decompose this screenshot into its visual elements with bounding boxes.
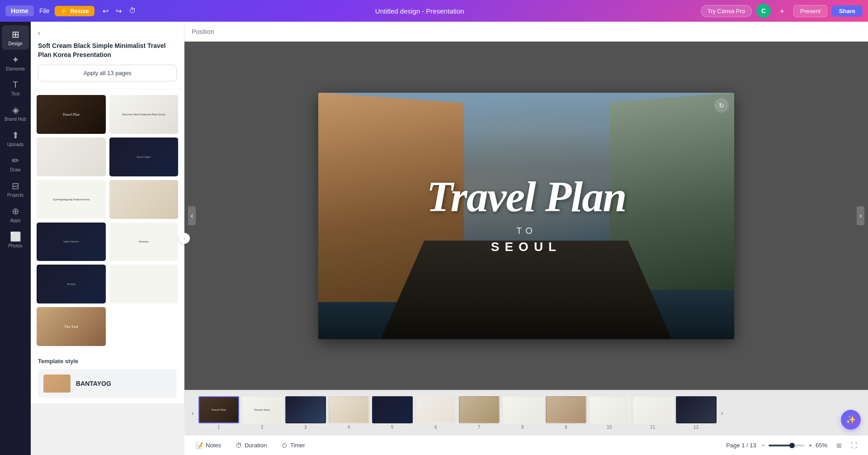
timer-button[interactable]: ⏲ Timer: [278, 440, 309, 451]
template-thumb-3[interactable]: [36, 137, 106, 177]
slide-number: 2: [261, 425, 264, 430]
zoom-out-button[interactable]: −: [762, 442, 765, 449]
ai-assistant-button[interactable]: ✨: [841, 410, 861, 430]
filmstrip-thumb[interactable]: [415, 396, 456, 423]
thumb-text: Travel Plan: [62, 113, 80, 117]
file-menu[interactable]: File: [39, 7, 50, 14]
apply-all-button[interactable]: Apply all 13 pages: [38, 65, 177, 81]
filmstrip-thumb[interactable]: Discover Korea: [242, 396, 283, 423]
filmstrip-thumb[interactable]: [632, 396, 673, 423]
filmstrip-thumb[interactable]: [502, 396, 543, 423]
try-pro-button[interactable]: Try Canva Pro: [701, 5, 752, 17]
filmstrip-thumb[interactable]: [329, 396, 369, 423]
thumb-text: Gyeongbokgung Palace Korea: [52, 198, 90, 201]
canvas-viewport[interactable]: ‹ Travel Plan TO SEOUL ↻ ›: [184, 42, 868, 390]
style-name: BANTAYOG: [76, 380, 111, 387]
apps-icon: ⊕: [12, 206, 19, 217]
filmstrip-item-1[interactable]: Travel Plan 1: [198, 396, 239, 430]
template-style-label: Template style: [38, 358, 177, 365]
filmstrip-thumb[interactable]: Travel Plan: [198, 396, 239, 423]
sidebar-item-design[interactable]: ⊞ Design: [2, 25, 29, 50]
home-button[interactable]: Home: [5, 5, 34, 16]
filmstrip-item-9[interactable]: 9: [546, 396, 586, 430]
sidebar-item-label: Brand Hub: [5, 117, 26, 122]
thumb-text: Temple: [67, 283, 75, 285]
panel-back-button[interactable]: ‹: [38, 29, 177, 37]
filmstrip-item-4[interactable]: 4: [329, 396, 369, 430]
template-thumb-2[interactable]: Discover About National Park Korea: [109, 95, 179, 134]
sidebar-item-brand-hub[interactable]: ◈ Brand Hub: [2, 101, 29, 125]
filmstrip-item-6[interactable]: 6: [415, 396, 456, 430]
prev-slide-button[interactable]: ‹: [188, 206, 196, 225]
sidebar-item-label: Text: [11, 91, 19, 96]
next-slide-button[interactable]: ›: [857, 206, 864, 225]
filmstrip-item-11[interactable]: 11: [632, 396, 673, 430]
to-text: TO: [516, 226, 536, 236]
template-thumb-1[interactable]: Travel Plan: [36, 95, 106, 134]
template-thumb-9[interactable]: Temple: [36, 264, 106, 304]
filmstrip-expand-right[interactable]: ›: [719, 408, 725, 418]
template-thumb-4[interactable]: Seoul Night: [109, 137, 179, 177]
duration-label: Duration: [245, 442, 267, 449]
zoom-in-button[interactable]: +: [808, 442, 812, 449]
filmstrip-item-2[interactable]: Discover Korea 2: [242, 396, 283, 430]
slide-number: 10: [607, 425, 612, 430]
present-button[interactable]: Present: [793, 5, 827, 17]
sidebar-item-apps[interactable]: ⊕ Apps: [2, 202, 29, 227]
filmstrip-item-10[interactable]: 10: [589, 396, 630, 430]
template-thumb-11[interactable]: The End: [36, 307, 106, 346]
sidebar-item-text[interactable]: T Text: [2, 76, 29, 100]
notes-button[interactable]: 📝 Notes: [192, 440, 225, 451]
filmstrip-item-3[interactable]: 3: [285, 396, 326, 430]
notes-label: Notes: [206, 442, 221, 449]
sidebar-item-photos[interactable]: ⬜ Photos: [2, 228, 29, 252]
resize-button[interactable]: ⚡ Resize: [55, 6, 94, 16]
filmstrip-thumb[interactable]: [676, 396, 717, 423]
template-panel: ‹ Soft Cream Black Simple Minimalist Tra…: [31, 22, 184, 403]
template-thumb-7[interactable]: Night Market: [36, 222, 106, 262]
template-thumb-10[interactable]: [109, 264, 179, 304]
thumbnail-grid: Travel Plan Discover About National Park…: [31, 89, 184, 352]
undo-button[interactable]: ↩: [100, 6, 111, 16]
style-card[interactable]: BANTAYOG: [38, 369, 177, 398]
sidebar-item-uploads[interactable]: ⬆ Uploads: [2, 126, 29, 151]
zoom-slider[interactable]: [769, 445, 805, 446]
fullscreen-button[interactable]: ⛶: [847, 440, 861, 451]
bottom-right-controls: Page 1 / 13 − + 65% ⊞ ⛶: [726, 440, 861, 451]
slide-number: 6: [434, 425, 437, 430]
filmstrip-thumb[interactable]: [459, 396, 500, 423]
panel-title: Soft Cream Black Simple Minimalist Trave…: [38, 42, 177, 59]
template-thumb-6[interactable]: [109, 180, 179, 219]
share-button[interactable]: Share: [832, 5, 863, 17]
filmstrip-item-5[interactable]: 5: [372, 396, 413, 430]
hide-panel-button[interactable]: ‹: [179, 233, 190, 244]
template-thumb-5[interactable]: Gyeongbokgung Palace Korea: [36, 180, 106, 219]
filmstrip-expand-left[interactable]: ‹: [190, 408, 196, 418]
filmstrip-item-7[interactable]: 7: [459, 396, 500, 430]
sidebar-item-draw[interactable]: ✏ Draw: [2, 152, 29, 176]
undo-redo-group: ↩ ↪ ⏱: [100, 6, 139, 16]
history-button[interactable]: ⏱: [126, 6, 139, 16]
filmstrip-thumb[interactable]: [546, 396, 586, 423]
grid-view-button[interactable]: ⊞: [833, 440, 845, 451]
zoom-slider-thumb[interactable]: [789, 443, 795, 448]
refresh-button[interactable]: ↻: [714, 98, 729, 113]
sidebar-item-projects[interactable]: ⊟ Projects: [2, 177, 29, 201]
filmstrip-thumb[interactable]: [285, 396, 326, 423]
uploads-icon: ⬆: [12, 130, 19, 141]
filmstrip-thumb[interactable]: [589, 396, 630, 423]
filmstrip-thumb[interactable]: [372, 396, 413, 423]
thumb-text: Discover About National Park Korea: [120, 111, 167, 118]
filmstrip-item-12[interactable]: 12: [676, 396, 717, 430]
slide-number: 5: [391, 425, 394, 430]
sidebar-item-label: Draw: [10, 167, 20, 172]
timer-icon: ⏲: [281, 442, 288, 449]
template-style-section: Template style BANTAYOG: [31, 352, 184, 403]
user-avatar[interactable]: C: [756, 4, 771, 18]
add-collaborator-button[interactable]: ＋: [775, 4, 789, 18]
sidebar-item-elements[interactable]: ✦ Elements: [2, 51, 29, 75]
duration-button[interactable]: ⏱ Duration: [232, 440, 270, 451]
filmstrip-item-8[interactable]: 8: [502, 396, 543, 430]
template-thumb-8[interactable]: Itinerary: [109, 222, 179, 262]
redo-button[interactable]: ↪: [113, 6, 124, 16]
